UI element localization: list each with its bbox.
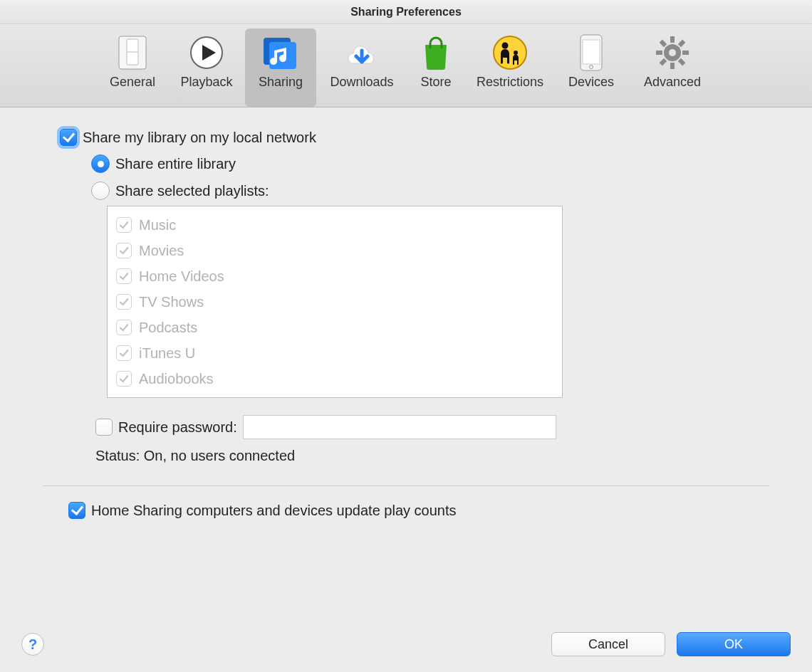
- playlist-row: Movies: [116, 238, 553, 263]
- playlist-label: Music: [139, 217, 176, 233]
- help-button[interactable]: ?: [21, 633, 44, 656]
- svg-point-7: [494, 36, 526, 69]
- tab-label: Sharing: [245, 75, 316, 90]
- tab-sharing[interactable]: Sharing: [245, 28, 316, 107]
- home-sharing-checkbox[interactable]: [68, 502, 85, 519]
- share-library-label: Share my library on my local network: [83, 130, 316, 146]
- music-files-icon: [245, 33, 316, 72]
- gear-icon: [630, 33, 715, 72]
- tab-advanced[interactable]: Advanced: [630, 28, 715, 107]
- playlist-checkbox: [116, 345, 132, 361]
- tab-restrictions[interactable]: Restrictions: [467, 28, 553, 107]
- playlists-list[interactable]: Music Movies Home Videos TV Shows Podcas…: [107, 206, 563, 398]
- playlist-label: Home Videos: [139, 268, 224, 285]
- tab-label: Restrictions: [467, 75, 553, 90]
- svg-rect-17: [656, 51, 662, 55]
- require-password-checkbox[interactable]: [95, 419, 113, 436]
- playlist-row: Podcasts: [116, 315, 553, 340]
- playlist-checkbox: [116, 243, 132, 258]
- playlist-checkbox: [116, 371, 132, 387]
- switch-icon: [97, 33, 168, 72]
- svg-rect-20: [660, 39, 667, 47]
- svg-point-22: [669, 49, 676, 56]
- download-cloud-icon: [319, 33, 405, 72]
- tab-playback[interactable]: Playback: [171, 28, 242, 107]
- playlist-row: iTunes U: [116, 340, 553, 366]
- svg-rect-18: [678, 39, 686, 47]
- svg-rect-21: [678, 58, 686, 65]
- tab-general[interactable]: General: [97, 28, 168, 107]
- svg-rect-14: [670, 36, 675, 43]
- playlist-label: TV Shows: [139, 294, 204, 310]
- share-library-checkbox[interactable]: [60, 129, 77, 146]
- tab-label: Advanced: [630, 75, 715, 90]
- share-selected-radio[interactable]: [91, 182, 110, 200]
- ok-button[interactable]: OK: [677, 632, 791, 656]
- cancel-label: Cancel: [588, 637, 628, 652]
- playlist-label: Movies: [139, 243, 184, 259]
- home-sharing-label: Home Sharing computers and devices updat…: [91, 503, 457, 519]
- tab-label: Devices: [556, 75, 627, 90]
- play-icon: [171, 33, 242, 72]
- ok-label: OK: [724, 637, 743, 652]
- svg-rect-19: [660, 58, 667, 65]
- tab-label: General: [97, 75, 168, 90]
- shopping-bag-icon: [407, 33, 464, 72]
- preferences-toolbar: General Playback Sharing Downloa: [0, 24, 812, 107]
- password-input[interactable]: [243, 415, 556, 439]
- tab-label: Downloads: [319, 75, 405, 90]
- svg-rect-15: [670, 63, 675, 69]
- playlist-checkbox: [116, 217, 132, 233]
- playlist-checkbox: [116, 294, 132, 310]
- divider: [43, 485, 769, 486]
- cancel-button[interactable]: Cancel: [551, 632, 665, 656]
- playlist-row: TV Shows: [116, 289, 553, 315]
- dialog-footer: ? Cancel OK: [0, 632, 812, 656]
- status-label: Status: On, no users connected: [95, 448, 295, 464]
- window-titlebar: Sharing Preferences: [0, 0, 812, 24]
- svg-point-8: [502, 42, 509, 48]
- tab-store[interactable]: Store: [407, 28, 464, 107]
- playlist-checkbox: [116, 320, 132, 335]
- help-icon: ?: [28, 636, 37, 653]
- playlist-checkbox: [116, 268, 132, 284]
- share-selected-label: Share selected playlists:: [115, 183, 269, 199]
- svg-rect-11: [583, 40, 600, 64]
- parental-icon: [467, 33, 553, 72]
- tab-label: Playback: [171, 75, 242, 90]
- playlist-label: iTunes U: [139, 345, 195, 362]
- playlist-label: Audiobooks: [139, 371, 214, 387]
- sharing-pane: Share my library on my local network Sha…: [0, 107, 812, 542]
- tab-label: Store: [407, 75, 464, 90]
- svg-rect-16: [682, 51, 689, 55]
- share-entire-radio[interactable]: [91, 154, 110, 173]
- svg-point-9: [514, 51, 518, 55]
- tab-devices[interactable]: Devices: [556, 28, 627, 107]
- phone-icon: [556, 33, 627, 72]
- playlist-row: Audiobooks: [116, 366, 553, 392]
- require-password-label: Require password:: [118, 419, 237, 436]
- playlist-label: Podcasts: [139, 320, 197, 336]
- playlist-row: Music: [116, 212, 553, 238]
- tab-downloads[interactable]: Downloads: [319, 28, 405, 107]
- playlist-row: Home Videos: [116, 263, 553, 289]
- share-entire-label: Share entire library: [115, 156, 236, 172]
- window-title: Sharing Preferences: [350, 6, 462, 19]
